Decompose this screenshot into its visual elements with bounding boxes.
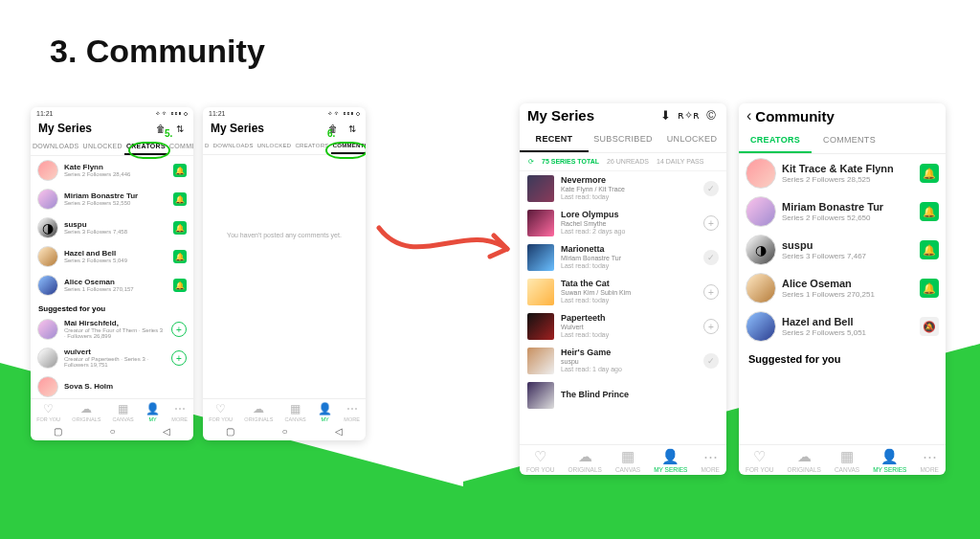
nav-more[interactable]: ⋯MORE [920, 448, 939, 473]
tab-unlocked[interactable]: UNLOCKED [81, 139, 124, 155]
nav-for-you[interactable]: ♡FOR YOU [209, 402, 233, 422]
tab-creators[interactable]: CREATORS [739, 128, 812, 153]
creator-row[interactable]: Hazel and BellSeries 2 Followers 5,049 🔔 [31, 242, 193, 271]
add-icon[interactable]: + [171, 350, 187, 366]
tab-recent[interactable]: RECENT [520, 127, 589, 152]
tab-unlocked[interactable]: UNLOCKED [657, 127, 726, 152]
nav-originals[interactable]: ☁ORIGINALS [568, 448, 602, 473]
add-icon[interactable]: + [703, 215, 719, 231]
sort-icon[interactable]: ⇅ [174, 123, 186, 134]
bell-icon[interactable]: 🔔 [920, 240, 939, 259]
header: ‹ Community [739, 103, 946, 128]
tab-creators[interactable]: CREATORS [293, 139, 330, 154]
nav-more[interactable]: ⋯MORE [701, 448, 720, 473]
page-title: Community [755, 108, 835, 124]
nav-for-you[interactable]: ♡FOR YOU [526, 448, 555, 473]
tab-creators[interactable]: CREATORS [124, 139, 167, 155]
nav-originals[interactable]: ☁ORIGINALS [72, 402, 100, 422]
series-row[interactable]: Heir's GamesuspuLast read: 1 day ago✓ [520, 344, 726, 378]
add-icon[interactable]: + [703, 284, 719, 300]
android-softkeys: ▢○◁ [31, 424, 193, 440]
suggested-row[interactable]: wulvertCreator of Paperteeth · Series 3 … [31, 344, 193, 372]
suggested-row[interactable]: Mai Hirschfeld,Creator of The Four of Th… [31, 315, 193, 344]
bottom-nav: ♡FOR YOU ☁ORIGINALS ▦CANVAS 👤MY ⋯MORE [31, 398, 193, 424]
tab-downloads[interactable]: DOWNLOADS [31, 139, 81, 155]
download-icon[interactable]: ⬇ [657, 108, 673, 124]
check-icon[interactable]: ✓ [703, 250, 719, 265]
series-row[interactable]: PaperteethWulvertLast read: today+ [520, 309, 726, 344]
creator-row[interactable]: Hazel and BellSeries 2 Followers 5,051 🔕 [739, 307, 946, 346]
add-icon[interactable]: + [703, 319, 719, 334]
thumbnail [527, 279, 554, 305]
avatar [746, 235, 776, 265]
avatar [746, 311, 776, 342]
avatar [746, 158, 776, 189]
tabs: D DOWNLOADS UNLOCKED CREATORS COMMENTS [203, 139, 366, 155]
thumbnail [527, 210, 554, 236]
page-title: My Series [211, 122, 264, 135]
check-icon[interactable]: ✓ [703, 353, 719, 369]
back-icon[interactable]: ‹ [746, 107, 755, 124]
bell-icon[interactable]: 🔔 [173, 279, 187, 292]
tab-downloads[interactable]: DOWNLOADS [212, 139, 256, 154]
coin-icon[interactable]: © [703, 108, 719, 124]
tabs: DOWNLOADS UNLOCKED CREATORS COMMENTS [31, 139, 193, 156]
nav-my[interactable]: 👤MY [318, 402, 332, 422]
avatar [37, 319, 58, 340]
sort-icon[interactable]: ⇅ [346, 123, 358, 134]
nav-canvas[interactable]: ▦CANVAS [835, 448, 859, 473]
nav-more[interactable]: ⋯MORE [171, 402, 188, 422]
creator-row[interactable]: Miriam Bonastre TurSeries 2 Followers 52… [739, 192, 946, 231]
tab-cut[interactable]: D [203, 139, 212, 154]
creator-row[interactable]: Alice OsemanSeries 1 Followers 270,251 🔔 [739, 269, 946, 307]
creator-row[interactable]: Miriam Bonastre TurSeries 2 Followers 52… [31, 185, 193, 213]
nav-my-series[interactable]: 👤MY SERIES [873, 448, 906, 473]
bell-icon[interactable]: 🔔 [173, 250, 187, 263]
avatar [37, 376, 58, 397]
header: My Series ⬇ ʀ✧ʀ © [520, 103, 726, 127]
thumbnail [527, 175, 554, 202]
nav-originals[interactable]: ☁ORIGINALS [788, 448, 821, 473]
thumbnail [527, 244, 554, 271]
avatar [746, 273, 776, 303]
nav-for-you[interactable]: ♡FOR YOU [36, 402, 60, 422]
bell-icon[interactable]: 🔔 [920, 164, 939, 183]
nav-canvas[interactable]: ▦CANVAS [285, 402, 306, 422]
creator-row[interactable]: suspuSeries 3 Followers 7,458 🔔 [31, 213, 193, 242]
creator-row[interactable]: Kit Trace & Kate FlynnSeries 2 Followers… [739, 154, 946, 192]
check-icon[interactable]: ✓ [703, 181, 719, 196]
annotation-6: 6. [327, 128, 335, 139]
tab-subscribed[interactable]: SUBSCRIBED [589, 127, 657, 152]
tab-comments[interactable]: COMMENTS [167, 139, 193, 155]
nav-more[interactable]: ⋯MORE [344, 402, 360, 422]
nav-canvas[interactable]: ▦CANVAS [615, 448, 640, 473]
bell-icon[interactable]: 🔔 [173, 164, 187, 177]
nav-my[interactable]: 👤MY [145, 402, 160, 422]
bell-icon[interactable]: 🔔 [920, 202, 939, 221]
series-row[interactable]: MarionettaMiriam Bonastre TurLast read: … [520, 240, 726, 275]
nav-for-you[interactable]: ♡FOR YOU [746, 448, 774, 473]
suggested-header: Suggested for you [31, 300, 193, 315]
add-icon[interactable]: + [171, 322, 187, 337]
series-row[interactable]: The Blind Prince [520, 378, 726, 413]
nav-canvas[interactable]: ▦CANVAS [113, 402, 134, 422]
series-row[interactable]: Tata the CatSuwan Kim / Subin KimLast re… [520, 275, 726, 309]
series-row[interactable]: Lore OlympusRachel SmytheLast read: 2 da… [520, 206, 726, 240]
nav-originals[interactable]: ☁ORIGINALS [244, 402, 273, 422]
bell-icon[interactable]: 🔔 [920, 279, 939, 298]
bell-icon[interactable]: 🔔 [173, 192, 187, 206]
android-softkeys: ▢○◁ [203, 424, 366, 440]
bell-icon[interactable]: 🔔 [173, 221, 187, 235]
tab-comments[interactable]: COMMENTS [812, 128, 887, 153]
tab-unlocked[interactable]: UNLOCKED [256, 139, 294, 154]
empty-comments: You haven't posted any comments yet. [203, 155, 366, 315]
tab-comments[interactable]: COMMENTS [331, 139, 366, 154]
creator-row[interactable]: suspuSeries 3 Followers 7,467 🔔 [739, 231, 946, 269]
nav-my-series[interactable]: 👤MY SERIES [654, 448, 687, 473]
creator-row[interactable]: Kate FlynnSeries 2 Followers 28,446 🔔 [31, 156, 193, 185]
creator-row[interactable]: Alice OsemanSeries 1 Followers 270,157 🔔 [31, 271, 193, 300]
community-icon[interactable]: ʀ✧ʀ [680, 108, 696, 124]
suggested-row[interactable]: Sova S. Holm [31, 372, 193, 398]
bell-off-icon[interactable]: 🔕 [920, 317, 939, 336]
series-row[interactable]: NevermoreKate Flynn / Kit TraceLast read… [520, 171, 726, 206]
